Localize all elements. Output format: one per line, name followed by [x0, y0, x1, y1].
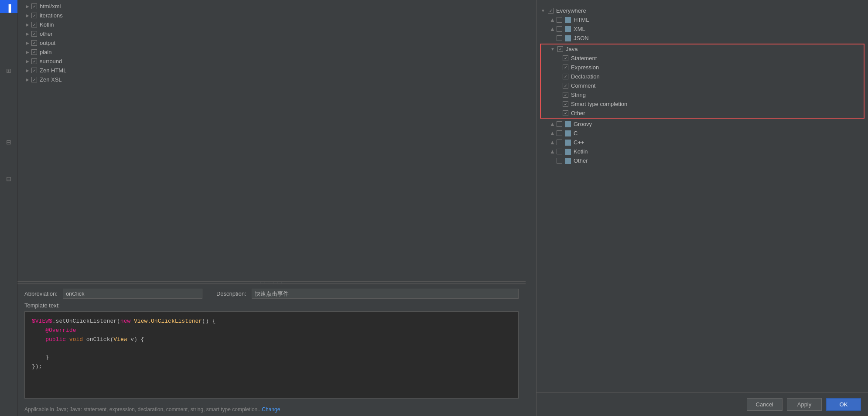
- ctx-item-cpp[interactable]: ▶ C++: [537, 138, 868, 147]
- applicable-text: Applicable in Java; Java: statement, exp…: [24, 406, 262, 413]
- ctx-checkbox-expression[interactable]: [563, 65, 568, 70]
- tree-label-htmlxml: html/xml: [40, 3, 61, 10]
- ctx-label-json: JSON: [574, 35, 589, 41]
- tree-checkbox-zen-html[interactable]: [31, 68, 37, 73]
- ctx-file-icon-other: [565, 158, 571, 164]
- sidebar-icon-3[interactable]: ⊟: [3, 174, 14, 184]
- tree-checkbox-htmlxml[interactable]: [31, 3, 37, 9]
- ctx-item-statement[interactable]: Statement: [541, 54, 864, 63]
- tree-item-output[interactable]: ▶ output: [17, 38, 526, 48]
- tree-checkbox-kotlin[interactable]: [31, 22, 37, 27]
- tree-arrow-surround: ▶: [24, 58, 31, 65]
- tree-item-plain[interactable]: ▶ plain: [17, 48, 526, 57]
- ctx-item-comment[interactable]: Comment: [541, 81, 864, 90]
- ctx-item-json[interactable]: JSON: [537, 34, 868, 43]
- ctx-checkbox-c[interactable]: [557, 130, 562, 136]
- tree-checkbox-iterations[interactable]: [31, 13, 37, 18]
- ctx-label-cpp: C++: [574, 139, 584, 146]
- form-row-abbrev: Abbreviation: Description:: [24, 289, 519, 299]
- ctx-checkbox-declaration[interactable]: [563, 74, 568, 79]
- ctx-item-xml[interactable]: ▶ XML: [537, 24, 868, 34]
- ctx-item-expression[interactable]: Expression: [541, 63, 864, 72]
- ctx-label-xml: XML: [574, 26, 585, 32]
- ctx-checkbox-java-other[interactable]: [563, 110, 568, 116]
- ctx-arrow-xml: ▶: [549, 26, 555, 32]
- ctx-checkbox-statement[interactable]: [563, 55, 568, 61]
- change-link[interactable]: Change: [262, 406, 280, 413]
- ctx-checkbox-json[interactable]: [557, 35, 562, 41]
- tree-checkbox-zen-xsl[interactable]: [31, 77, 37, 82]
- tree-checkbox-surround[interactable]: [31, 58, 37, 64]
- bottom-panel: Abbreviation: Description: Template text…: [17, 284, 526, 403]
- tree-item-htmlxml[interactable]: ▶ html/xml: [17, 2, 526, 11]
- tree-label-kotlin: Kotlin: [40, 21, 54, 28]
- tree-item-zen-xsl[interactable]: ▶ Zen XSL: [17, 75, 526, 84]
- ctx-item-string[interactable]: String: [541, 90, 864, 99]
- ctx-checkbox-smart-completion[interactable]: [563, 101, 568, 107]
- tree-checkbox-plain[interactable]: [31, 49, 37, 55]
- ctx-checkbox-string[interactable]: [563, 92, 568, 98]
- ctx-item-other-toplevel[interactable]: Other: [537, 156, 868, 165]
- ctx-checkbox-other-toplevel[interactable]: [557, 158, 562, 164]
- tree-item-zen-html[interactable]: ▶ Zen HTML: [17, 66, 526, 75]
- ctx-checkbox-xml[interactable]: [557, 26, 562, 32]
- code-line-6: });: [32, 362, 511, 372]
- abbreviation-input[interactable]: [63, 289, 202, 299]
- ctx-item-java[interactable]: ▼ Java: [541, 44, 864, 54]
- tree-checkbox-other[interactable]: [31, 31, 37, 37]
- ok-button[interactable]: OK: [826, 398, 861, 411]
- ctx-checkbox-cpp[interactable]: [557, 140, 562, 145]
- template-text-label: Template text:: [24, 302, 519, 309]
- ctx-item-everywhere[interactable]: ▼ Everywhere: [537, 6, 868, 15]
- tree-checkbox-output[interactable]: [31, 40, 37, 46]
- sidebar-icon-2[interactable]: ⊟: [3, 137, 14, 147]
- ctx-item-declaration[interactable]: Declaration: [541, 72, 864, 81]
- tree-arrow-htmlxml: ▶: [24, 3, 31, 10]
- ctx-item-groovy[interactable]: ▶ Groovy: [537, 119, 868, 129]
- tree-label-zen-xsl: Zen XSL: [40, 76, 62, 83]
- ctx-checkbox-kotlin[interactable]: [557, 149, 562, 154]
- ctx-arrow-kotlin: ▶: [549, 149, 555, 155]
- ctx-checkbox-everywhere[interactable]: [548, 8, 554, 14]
- ctx-arrow-java: ▼: [550, 46, 556, 52]
- tree-arrow-other: ▶: [24, 31, 31, 37]
- tree-item-kotlin[interactable]: ▶ Kotlin: [17, 20, 526, 29]
- ctx-arrow-everywhere: ▼: [540, 8, 546, 14]
- ctx-file-icon-cpp: [565, 140, 571, 146]
- tree-arrow-kotlin: ▶: [24, 22, 31, 28]
- ctx-item-c[interactable]: ▶ C: [537, 129, 868, 138]
- ctx-item-smart-completion[interactable]: Smart type completion: [541, 99, 864, 109]
- description-input[interactable]: [252, 289, 519, 299]
- ctx-checkbox-comment[interactable]: [563, 83, 568, 89]
- tree-item-surround[interactable]: ▶ surround: [17, 57, 526, 66]
- ctx-label-c: C: [574, 130, 578, 136]
- tree-item-iterations[interactable]: ▶ iterations: [17, 11, 526, 20]
- ctx-checkbox-html[interactable]: [557, 17, 562, 23]
- ctx-item-java-other[interactable]: Other: [541, 109, 864, 118]
- ctx-item-kotlin[interactable]: ▶ Kotlin: [537, 147, 868, 156]
- ctx-checkbox-java[interactable]: [557, 46, 563, 52]
- sidebar-icon-1[interactable]: ⊞: [3, 65, 14, 76]
- cancel-button[interactable]: Cancel: [747, 398, 783, 411]
- ctx-file-icon-c: [565, 130, 571, 136]
- tree-label-zen-html: Zen HTML: [40, 67, 66, 74]
- tree-item-other[interactable]: ▶ other: [17, 29, 526, 38]
- ctx-label-java: Java: [566, 46, 578, 52]
- tree-arrow-zen-html: ▶: [24, 68, 31, 74]
- sidebar-icon-0[interactable]: ▐: [0, 0, 17, 13]
- ctx-arrow-c: ▶: [549, 130, 555, 136]
- ctx-label-smart-completion: Smart type completion: [571, 101, 627, 107]
- code-line-3: public void onClick(View v) {: [32, 335, 511, 344]
- tree-arrow-plain: ▶: [24, 49, 31, 55]
- ctx-checkbox-groovy[interactable]: [557, 121, 562, 127]
- tree-arrow-output: ▶: [24, 40, 31, 46]
- tree-label-iterations: iterations: [40, 12, 63, 19]
- apply-button[interactable]: Apply: [787, 398, 822, 411]
- code-line-1: $VIEW$.setOnClickListener(new View.OnCli…: [32, 317, 511, 326]
- ctx-item-html[interactable]: ▶ HTML: [537, 15, 868, 24]
- ctx-file-icon-kotlin: [565, 149, 571, 155]
- context-tree: ▼ Everywhere ▶ HTML ▶ XML: [537, 4, 868, 392]
- code-line-2: @Override: [32, 326, 511, 335]
- code-editor[interactable]: $VIEW$.setOnClickListener(new View.OnCli…: [24, 311, 519, 399]
- ctx-arrow-html: ▶: [549, 17, 555, 23]
